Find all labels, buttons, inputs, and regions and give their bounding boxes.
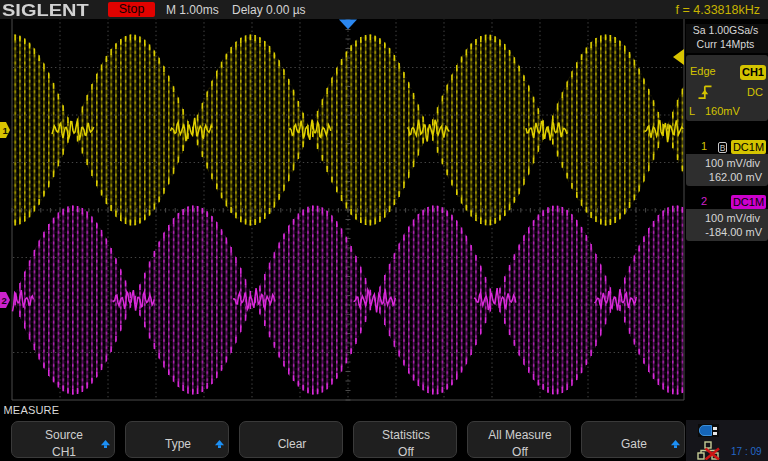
svg-text:2: 2 xyxy=(2,295,7,306)
svg-text:1: 1 xyxy=(3,125,9,136)
